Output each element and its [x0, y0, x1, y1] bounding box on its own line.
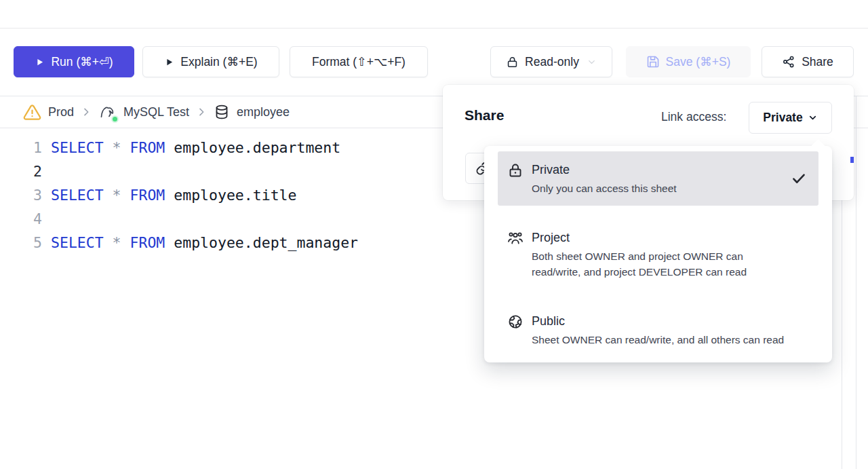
play-icon [164, 57, 174, 67]
breadcrumb-database[interactable]: employee [214, 104, 290, 120]
line-number: 1 [0, 139, 42, 156]
run-button-label: Run (⌘+⏎) [51, 55, 113, 69]
line-number: 4 [0, 210, 42, 227]
chevron-down-icon [808, 113, 818, 123]
link-access-label: Link access: [661, 110, 726, 124]
option-title: Public [532, 312, 784, 330]
share-button[interactable]: Share [762, 46, 854, 77]
run-button[interactable]: Run (⌘+⏎) [14, 46, 134, 77]
breadcrumb-environment[interactable]: Prod [23, 103, 74, 121]
right-edge-divider [856, 96, 856, 469]
format-button[interactable]: Format (⇧+⌥+F) [290, 46, 428, 77]
option-title: Private [532, 161, 677, 179]
option-description: Both sheet OWNER and project OWNER can r… [532, 248, 793, 280]
explain-button-label: Explain (⌘+E) [180, 55, 257, 69]
instance-label: MySQL Test [123, 105, 189, 119]
chevron-right-icon [196, 107, 207, 117]
option-title: Project [532, 229, 793, 246]
share-button-label: Share [802, 55, 833, 69]
explain-button[interactable]: Explain (⌘+E) [142, 46, 279, 77]
users-icon [507, 230, 524, 246]
link-access-value: Private [763, 111, 802, 125]
instance-status-dot [111, 115, 119, 123]
link-access-select[interactable]: Private [749, 102, 832, 134]
save-button-label: Save (⌘+S) [666, 55, 731, 69]
play-icon [35, 57, 45, 67]
code-line[interactable]: 1 SELECT * FROM employee.department [0, 136, 434, 160]
lock-icon [506, 56, 519, 69]
line-number: 3 [0, 187, 42, 204]
chevron-right-icon [81, 107, 92, 117]
format-button-label: Format (⇧+⌥+F) [312, 55, 406, 69]
share-popup-title: Share [465, 107, 504, 124]
lock-icon [507, 162, 524, 179]
save-icon [646, 55, 660, 69]
database-label: employee [237, 105, 290, 119]
warning-triangle-icon [23, 103, 41, 121]
breadcrumb: Prod MySQL Test employee [0, 96, 448, 128]
line-number: 5 [0, 234, 42, 251]
readonly-label: Read-only [525, 55, 579, 69]
code-line[interactable]: 4 [0, 207, 434, 231]
code-text: SELECT * FROM employee.department [42, 139, 340, 156]
toolbar: Run (⌘+⏎) Explain (⌘+E) Format (⇧+⌥+F) R… [0, 0, 868, 96]
option-public[interactable]: Public Sheet OWNER can read/write, and a… [498, 303, 818, 357]
readonly-mode-select[interactable]: Read-only [490, 46, 612, 77]
mysql-dolphin-icon [98, 103, 117, 121]
code-line[interactable]: 5 SELECT * FROM employee.dept_manager [0, 231, 434, 255]
option-description: Only you can access this sheet [532, 181, 677, 196]
link-access-dropdown-menu: Private Only you can access this sheet P… [484, 146, 832, 362]
line-number: 2 [0, 163, 42, 180]
globe-icon [507, 314, 524, 330]
check-icon [790, 170, 808, 187]
option-project[interactable]: Project Both sheet OWNER and project OWN… [498, 219, 818, 289]
code-text: SELECT * FROM employee.dept_manager [42, 234, 358, 251]
environment-label: Prod [48, 105, 74, 119]
save-button[interactable]: Save (⌘+S) [626, 46, 751, 77]
code-line[interactable]: 2 [0, 160, 434, 183]
share-nodes-icon [782, 55, 795, 69]
database-icon [214, 104, 230, 120]
code-line[interactable]: 3 SELECT * FROM employee.title [0, 183, 434, 207]
chevron-down-icon [587, 57, 597, 67]
code-text: SELECT * FROM employee.title [42, 187, 296, 204]
breadcrumb-instance[interactable]: MySQL Test [98, 103, 189, 121]
sql-editor: 1 SELECT * FROM employee.department 2 3 … [0, 136, 434, 255]
obscured-element-fragment [850, 157, 854, 163]
option-description: Sheet OWNER can read/write, and all othe… [532, 332, 784, 348]
option-private[interactable]: Private Only you can access this sheet [498, 151, 818, 206]
